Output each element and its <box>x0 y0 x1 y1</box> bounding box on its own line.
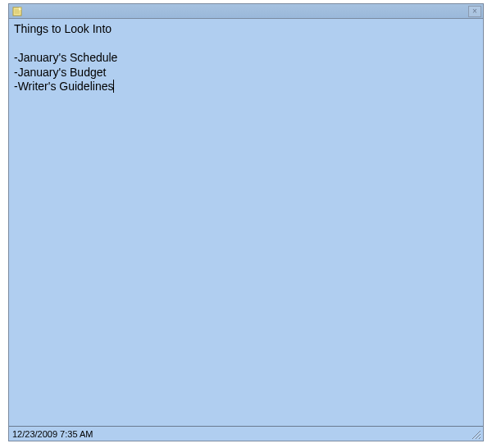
note-title-text: Things to Look Into <box>14 22 478 37</box>
sticky-note-window: × Things to Look Into -January's Schedul… <box>8 3 484 441</box>
note-body[interactable]: Things to Look Into -January's Schedule … <box>9 19 483 426</box>
titlebar-left <box>11 6 23 17</box>
statusbar: 12/23/2009 7:35 AM <box>9 426 483 441</box>
sticky-note-icon <box>11 6 23 17</box>
close-button[interactable]: × <box>468 6 481 17</box>
titlebar[interactable]: × <box>9 4 483 19</box>
note-line: -January's Budget <box>14 66 478 80</box>
note-line: -Writer's Guidelines <box>14 80 478 94</box>
note-text-with-cursor: -Writer's Guidelines <box>14 80 114 93</box>
status-timestamp: 12/23/2009 7:35 AM <box>12 429 93 439</box>
close-icon: × <box>472 7 477 16</box>
resize-grip[interactable] <box>470 428 481 440</box>
note-line: -January's Schedule <box>14 51 478 66</box>
